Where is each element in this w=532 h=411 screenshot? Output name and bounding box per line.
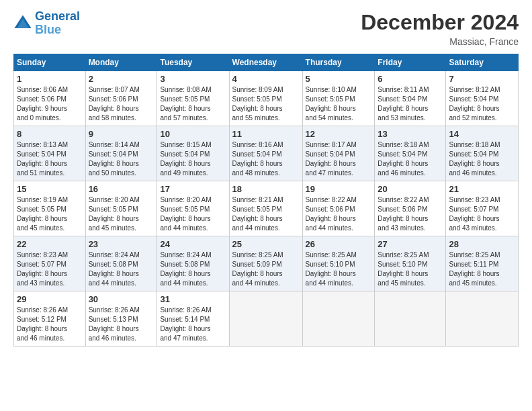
day-info: Sunrise: 8:09 AM Sunset: 5:05 PM Dayligh… bbox=[232, 85, 300, 123]
calendar-cell: 12Sunrise: 8:17 AM Sunset: 5:04 PM Dayli… bbox=[302, 126, 375, 181]
day-info: Sunrise: 8:22 AM Sunset: 5:06 PM Dayligh… bbox=[306, 195, 372, 233]
day-number: 9 bbox=[89, 129, 154, 139]
calendar-cell: 11Sunrise: 8:16 AM Sunset: 5:04 PM Dayli… bbox=[229, 126, 302, 181]
day-number: 31 bbox=[160, 294, 226, 304]
weekday-tuesday: Tuesday bbox=[157, 54, 229, 71]
day-number: 17 bbox=[160, 184, 226, 194]
day-number: 29 bbox=[17, 294, 83, 304]
calendar-cell: 13Sunrise: 8:18 AM Sunset: 5:04 PM Dayli… bbox=[375, 126, 446, 181]
day-number: 28 bbox=[449, 239, 515, 249]
day-info: Sunrise: 8:19 AM Sunset: 5:05 PM Dayligh… bbox=[17, 195, 83, 233]
day-info: Sunrise: 8:16 AM Sunset: 5:04 PM Dayligh… bbox=[232, 140, 300, 178]
calendar-cell: 8Sunrise: 8:13 AM Sunset: 5:04 PM Daylig… bbox=[14, 126, 86, 181]
day-number: 30 bbox=[89, 294, 154, 304]
logo-text: General Blue bbox=[35, 10, 80, 37]
weekday-sunday: Sunday bbox=[14, 54, 86, 71]
day-number: 26 bbox=[306, 239, 372, 249]
calendar-cell: 20Sunrise: 8:22 AM Sunset: 5:06 PM Dayli… bbox=[375, 181, 446, 236]
day-info: Sunrise: 8:15 AM Sunset: 5:04 PM Dayligh… bbox=[160, 140, 226, 178]
day-info: Sunrise: 8:07 AM Sunset: 5:06 PM Dayligh… bbox=[89, 85, 154, 123]
day-number: 24 bbox=[160, 239, 226, 249]
day-info: Sunrise: 8:24 AM Sunset: 5:08 PM Dayligh… bbox=[160, 250, 226, 288]
day-number: 15 bbox=[17, 184, 83, 194]
calendar-cell: 9Sunrise: 8:14 AM Sunset: 5:04 PM Daylig… bbox=[85, 126, 157, 181]
calendar-cell: 4Sunrise: 8:09 AM Sunset: 5:05 PM Daylig… bbox=[229, 71, 302, 126]
day-number: 2 bbox=[89, 74, 154, 84]
day-number: 13 bbox=[378, 129, 443, 139]
calendar-cell: 31Sunrise: 8:26 AM Sunset: 5:14 PM Dayli… bbox=[157, 291, 229, 347]
day-number: 22 bbox=[17, 239, 83, 249]
calendar-cell bbox=[375, 291, 446, 347]
calendar-cell: 21Sunrise: 8:23 AM Sunset: 5:07 PM Dayli… bbox=[446, 181, 519, 236]
logo-blue: Blue bbox=[35, 23, 61, 36]
week-row-2: 8Sunrise: 8:13 AM Sunset: 5:04 PM Daylig… bbox=[14, 126, 519, 181]
calendar-cell: 27Sunrise: 8:25 AM Sunset: 5:10 PM Dayli… bbox=[375, 236, 446, 291]
day-info: Sunrise: 8:23 AM Sunset: 5:07 PM Dayligh… bbox=[449, 195, 515, 233]
calendar-cell bbox=[302, 291, 375, 347]
calendar-cell: 29Sunrise: 8:26 AM Sunset: 5:12 PM Dayli… bbox=[14, 291, 86, 347]
day-info: Sunrise: 8:23 AM Sunset: 5:07 PM Dayligh… bbox=[17, 250, 83, 288]
week-row-1: 1Sunrise: 8:06 AM Sunset: 5:06 PM Daylig… bbox=[14, 71, 519, 126]
day-number: 20 bbox=[378, 184, 443, 194]
day-info: Sunrise: 8:20 AM Sunset: 5:05 PM Dayligh… bbox=[160, 195, 226, 233]
day-info: Sunrise: 8:21 AM Sunset: 5:05 PM Dayligh… bbox=[232, 195, 300, 233]
calendar-cell: 15Sunrise: 8:19 AM Sunset: 5:05 PM Dayli… bbox=[14, 181, 86, 236]
weekday-monday: Monday bbox=[85, 54, 157, 71]
calendar-cell bbox=[229, 291, 302, 347]
week-row-4: 22Sunrise: 8:23 AM Sunset: 5:07 PM Dayli… bbox=[14, 236, 519, 291]
day-info: Sunrise: 8:25 AM Sunset: 5:10 PM Dayligh… bbox=[378, 250, 443, 288]
calendar-cell: 14Sunrise: 8:18 AM Sunset: 5:04 PM Dayli… bbox=[446, 126, 519, 181]
calendar-cell: 6Sunrise: 8:11 AM Sunset: 5:04 PM Daylig… bbox=[375, 71, 446, 126]
calendar-cell: 24Sunrise: 8:24 AM Sunset: 5:08 PM Dayli… bbox=[157, 236, 229, 291]
day-number: 18 bbox=[232, 184, 300, 194]
calendar-cell: 18Sunrise: 8:21 AM Sunset: 5:05 PM Dayli… bbox=[229, 181, 302, 236]
weekday-friday: Friday bbox=[375, 54, 446, 71]
calendar-cell: 30Sunrise: 8:26 AM Sunset: 5:13 PM Dayli… bbox=[85, 291, 157, 347]
calendar-cell: 17Sunrise: 8:20 AM Sunset: 5:05 PM Dayli… bbox=[157, 181, 229, 236]
calendar-cell: 10Sunrise: 8:15 AM Sunset: 5:04 PM Dayli… bbox=[157, 126, 229, 181]
day-number: 3 bbox=[160, 74, 226, 84]
day-info: Sunrise: 8:13 AM Sunset: 5:04 PM Dayligh… bbox=[17, 140, 83, 178]
calendar-cell: 7Sunrise: 8:12 AM Sunset: 5:04 PM Daylig… bbox=[446, 71, 519, 126]
day-info: Sunrise: 8:08 AM Sunset: 5:05 PM Dayligh… bbox=[160, 85, 226, 123]
week-row-5: 29Sunrise: 8:26 AM Sunset: 5:12 PM Dayli… bbox=[14, 291, 519, 347]
day-number: 10 bbox=[160, 129, 226, 139]
calendar-cell: 22Sunrise: 8:23 AM Sunset: 5:07 PM Dayli… bbox=[14, 236, 86, 291]
weekday-thursday: Thursday bbox=[302, 54, 375, 71]
calendar-cell: 3Sunrise: 8:08 AM Sunset: 5:05 PM Daylig… bbox=[157, 71, 229, 126]
page: General Blue December 2024 Massiac, Fran… bbox=[0, 0, 532, 411]
calendar-cell: 23Sunrise: 8:24 AM Sunset: 5:08 PM Dayli… bbox=[85, 236, 157, 291]
day-number: 23 bbox=[89, 239, 154, 249]
header: General Blue December 2024 Massiac, Fran… bbox=[13, 10, 519, 47]
calendar-cell: 19Sunrise: 8:22 AM Sunset: 5:06 PM Dayli… bbox=[302, 181, 375, 236]
day-number: 25 bbox=[232, 239, 300, 249]
day-info: Sunrise: 8:25 AM Sunset: 5:10 PM Dayligh… bbox=[306, 250, 372, 288]
calendar-table: SundayMondayTuesdayWednesdayThursdayFrid… bbox=[13, 54, 519, 347]
day-info: Sunrise: 8:26 AM Sunset: 5:12 PM Dayligh… bbox=[17, 306, 83, 343]
title-block: December 2024 Massiac, France bbox=[361, 10, 519, 47]
day-info: Sunrise: 8:10 AM Sunset: 5:05 PM Dayligh… bbox=[306, 85, 372, 123]
day-info: Sunrise: 8:14 AM Sunset: 5:04 PM Dayligh… bbox=[89, 140, 154, 178]
day-number: 11 bbox=[232, 129, 300, 139]
day-number: 16 bbox=[89, 184, 154, 194]
calendar-cell bbox=[446, 291, 519, 347]
day-info: Sunrise: 8:18 AM Sunset: 5:04 PM Dayligh… bbox=[378, 140, 443, 178]
day-info: Sunrise: 8:25 AM Sunset: 5:11 PM Dayligh… bbox=[449, 250, 515, 288]
day-info: Sunrise: 8:24 AM Sunset: 5:08 PM Dayligh… bbox=[89, 250, 154, 288]
logo-icon bbox=[13, 14, 32, 33]
weekday-header-row: SundayMondayTuesdayWednesdayThursdayFrid… bbox=[14, 54, 519, 71]
day-number: 12 bbox=[306, 129, 372, 139]
calendar-cell: 5Sunrise: 8:10 AM Sunset: 5:05 PM Daylig… bbox=[302, 71, 375, 126]
day-number: 27 bbox=[378, 239, 443, 249]
calendar-cell: 26Sunrise: 8:25 AM Sunset: 5:10 PM Dayli… bbox=[302, 236, 375, 291]
day-number: 4 bbox=[232, 74, 300, 84]
day-number: 21 bbox=[449, 184, 515, 194]
calendar-cell: 16Sunrise: 8:20 AM Sunset: 5:05 PM Dayli… bbox=[85, 181, 157, 236]
logo: General Blue bbox=[13, 10, 80, 37]
day-info: Sunrise: 8:11 AM Sunset: 5:04 PM Dayligh… bbox=[378, 85, 443, 123]
weekday-saturday: Saturday bbox=[446, 54, 519, 71]
day-number: 5 bbox=[306, 74, 372, 84]
day-number: 6 bbox=[378, 74, 443, 84]
week-row-3: 15Sunrise: 8:19 AM Sunset: 5:05 PM Dayli… bbox=[14, 181, 519, 236]
logo-general: General bbox=[35, 9, 80, 23]
